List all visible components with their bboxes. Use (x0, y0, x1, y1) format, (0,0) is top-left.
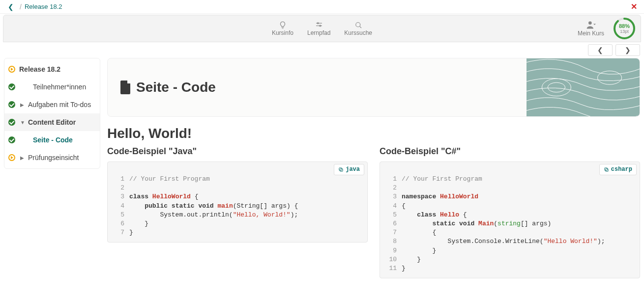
svg-point-9 (542, 79, 571, 96)
sidebar-item-release[interactable]: Release 18.2 (4, 60, 100, 78)
breadcrumb-current[interactable]: Release 18.2 (25, 3, 62, 10)
tool-kurssuche-label: Kurssuche (344, 29, 372, 36)
copy-code-button-java[interactable]: java (334, 164, 364, 175)
svg-point-4 (355, 23, 360, 27)
svg-point-6 (588, 22, 592, 25)
document-icon (119, 81, 131, 94)
status-done-icon (8, 119, 15, 126)
progress-indicator[interactable]: 88% 13pt (613, 17, 636, 40)
sidebar-item-label: Release 18.2 (19, 65, 60, 73)
code-column-java: Code-Beispiel "Java" java 1// Your First… (107, 146, 368, 278)
svg-point-11 (598, 71, 622, 85)
svg-rect-12 (340, 169, 343, 172)
status-in-progress-icon (8, 66, 15, 73)
tool-kursinfo[interactable]: Kursinfo (272, 21, 293, 36)
chevron-right-icon: ▶ (20, 102, 25, 108)
progress-points: 13pt (620, 29, 629, 34)
chevron-right-icon: ▶ (20, 155, 25, 161)
sidebar-item-label: Content Editor (28, 118, 76, 126)
status-done-icon (8, 136, 15, 143)
breadcrumb-bar: ❮ / Release 18.2 ✕ (0, 0, 644, 14)
main-content: Seite - Code (107, 58, 640, 278)
pager-next[interactable]: ❯ (615, 44, 640, 56)
svg-point-10 (548, 82, 565, 92)
svg-rect-13 (339, 168, 342, 171)
sidebar-item-pruefung[interactable]: ▶ Prüfungseinsicht (4, 149, 100, 166)
copy-code-button-csharp[interactable]: csharp (599, 164, 637, 175)
course-toolbar: Kursinfo Lernpfad Kurssuche Mein Kurs 88… (3, 15, 641, 42)
content-heading: Hello, World! (107, 126, 640, 141)
code-box-csharp: csharp 1// Your First Program 2 3namespa… (380, 162, 640, 278)
status-in-progress-icon (8, 154, 15, 161)
sidebar-item-content-editor[interactable]: ▼ Content Editor (4, 113, 100, 131)
lightbulb-icon (278, 21, 287, 29)
close-icon[interactable]: ✕ (629, 2, 639, 11)
sidebar-item-seite-code[interactable]: Seite - Code (4, 131, 100, 149)
progress-percent: 88% (619, 23, 630, 29)
pager-prev[interactable]: ❮ (588, 44, 613, 56)
sidebar-item-teilnehmer[interactable]: Teilnehmer*innen (4, 78, 100, 96)
code-column-csharp: Code-Beispiel "C#" csharp 1// Your First… (380, 146, 640, 278)
copy-icon (338, 167, 344, 172)
my-course-label: Mein Kurs (578, 30, 604, 37)
header-decoration (527, 58, 640, 116)
status-done-icon (8, 83, 15, 90)
code-lang-label: java (346, 165, 360, 174)
svg-rect-14 (605, 169, 608, 172)
breadcrumb-back[interactable]: ❮ (5, 3, 17, 11)
sidebar-item-label: Prüfungseinsicht (28, 154, 79, 162)
breadcrumb-separator: / (20, 3, 22, 11)
code-lang-label: csharp (611, 165, 632, 174)
svg-rect-15 (605, 168, 608, 171)
sidebar-item-aufgaben[interactable]: ▶ Aufgaben mit To-dos (4, 96, 100, 113)
code-heading-java: Code-Beispiel "Java" (107, 146, 368, 157)
pager: ❮ ❯ (0, 42, 644, 58)
search-icon (354, 21, 363, 29)
sidebar-item-label: Teilnehmer*innen (33, 83, 86, 91)
chevron-down-icon: ▼ (20, 120, 25, 125)
tool-lernpfad[interactable]: Lernpfad (307, 21, 330, 36)
svg-line-5 (359, 27, 361, 28)
code-box-java: java 1// Your First Program 2 3class Hel… (107, 162, 368, 243)
topo-lines-icon (527, 58, 640, 116)
tool-kursinfo-label: Kursinfo (272, 29, 293, 36)
tool-kurssuche[interactable]: Kurssuche (344, 21, 372, 36)
page-title: Seite - Code (136, 80, 216, 95)
sliders-icon (315, 21, 323, 29)
code-heading-csharp: Code-Beispiel "C#" (380, 146, 640, 157)
page-header: Seite - Code (107, 58, 640, 117)
copy-icon (604, 167, 609, 172)
course-sidebar: Release 18.2 Teilnehmer*innen ▶ Aufgaben… (4, 58, 100, 169)
my-course-menu[interactable]: Mein Kurs (578, 20, 604, 37)
person-icon (586, 20, 596, 30)
tool-lernpfad-label: Lernpfad (307, 29, 330, 36)
status-done-icon (8, 101, 15, 108)
sidebar-item-label: Seite - Code (33, 136, 73, 144)
sidebar-item-label: Aufgaben mit To-dos (28, 101, 91, 108)
